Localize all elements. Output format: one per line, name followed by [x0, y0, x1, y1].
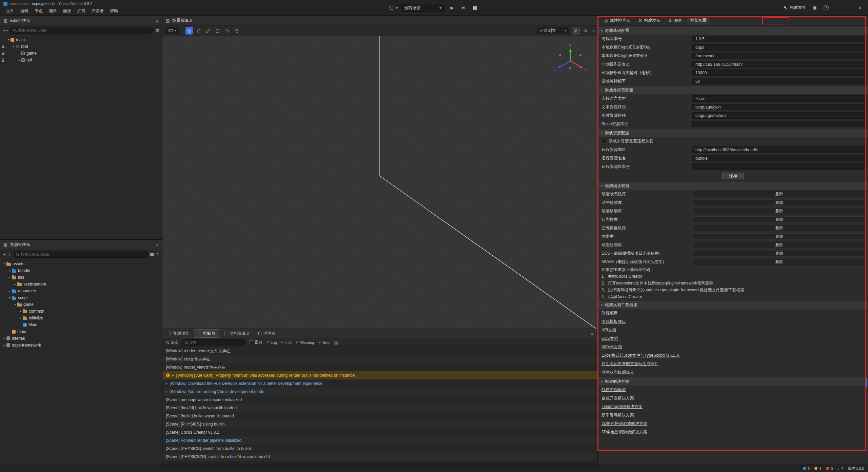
doc-link[interactable]: 动画状态机编辑器 — [601, 370, 634, 375]
tree-row[interactable]: ▸seedrandom — [0, 281, 162, 288]
layout-grid-button[interactable] — [471, 4, 479, 12]
log-row[interactable]: [Window] ecs文件夹存在 — [162, 355, 597, 363]
inspector-tab-构建发布[interactable]: ⚒构建发布 — [635, 16, 664, 25]
tree-row[interactable]: ▾script — [0, 294, 162, 301]
download-count[interactable]: ↓ 0 — [837, 466, 843, 471]
view-mode-dropdown[interactable]: 正常浏览 ▾ — [537, 27, 569, 34]
filter-icon[interactable] — [156, 29, 159, 32]
doc-link[interactable]: MVVM文档 — [601, 344, 622, 350]
delete-button[interactable]: 删除 — [692, 199, 866, 206]
log-row[interactable]: [Scene] [PHYSICS]: switch from builtin t… — [162, 445, 597, 453]
tree-row[interactable]: ▾root — [0, 43, 162, 50]
inspector-tab-服务[interactable]: ⚙服务 — [665, 16, 686, 25]
chevron-closed-icon[interactable]: ▸ — [7, 269, 12, 272]
field-input[interactable] — [692, 163, 866, 170]
field-input[interactable]: 10000 — [692, 70, 866, 76]
menu-item-文件[interactable]: 文件 — [3, 8, 17, 14]
field-input[interactable]: framework — [692, 53, 866, 59]
screenshot-button[interactable]: ▣ — [811, 4, 819, 12]
assets-search[interactable] — [13, 251, 148, 258]
log-row[interactable]: [Scene] Cocos Creator v3.8.2 — [162, 428, 597, 436]
field-input[interactable]: http://192.168.0.150/main/ — [692, 61, 866, 67]
rect-tool-button[interactable] — [214, 27, 221, 35]
section-resource-config[interactable]: ▾ 游戏资源配置 — [598, 129, 868, 137]
chevron-open-icon[interactable]: ▾ — [2, 262, 6, 266]
help-button[interactable]: ? — [824, 5, 829, 10]
panel-menu-icon[interactable]: ≡ — [156, 242, 158, 247]
tree-row[interactable]: game — [0, 50, 162, 57]
solution-link[interactable]: 3D角色扮演游戏解决方案 — [601, 429, 647, 435]
log-row[interactable]: [Scene] [PHYSICS]: using builtin. — [162, 420, 597, 428]
info-count[interactable]: 3 — [803, 467, 810, 471]
menu-item-扩展[interactable]: 扩展 — [75, 8, 88, 14]
delete-button[interactable]: 删除 — [692, 225, 866, 231]
step-button[interactable] — [459, 4, 468, 12]
filter-Warning[interactable]: ✓Warning — [296, 340, 314, 345]
tree-row[interactable]: ▾main — [0, 36, 162, 43]
menu-item-开发者[interactable]: 开发者 — [89, 8, 106, 14]
delete-button[interactable]: 删除 — [692, 208, 866, 214]
menu-item-项目[interactable]: 项目 — [46, 8, 60, 14]
doc-link[interactable]: 教程项目 — [601, 310, 618, 316]
export-log-icon[interactable]: ▤ — [334, 340, 338, 345]
mode-3d-toggle[interactable]: 3D ▾ — [165, 27, 179, 34]
move-tool-button[interactable] — [185, 27, 193, 35]
panel-menu-icon[interactable]: ≡ — [592, 28, 595, 33]
section-doc-links[interactable]: ▾ 框架文档工具链接 — [598, 301, 868, 309]
chevron-open-icon[interactable]: ▾ — [12, 45, 16, 48]
doc-link[interactable]: 游戏模板项目 — [601, 319, 626, 324]
delete-button[interactable]: 删除 — [692, 259, 866, 265]
console-search[interactable] — [182, 339, 246, 346]
filter-icon[interactable] — [150, 253, 154, 256]
log-row[interactable]: ▸[Window] Download the Vue Devtools exte… — [162, 379, 597, 388]
expand-icon[interactable]: ▸ — [166, 390, 167, 393]
log-row[interactable]: [Scene] [box2d]:box2d wasm lib loaded. — [162, 404, 597, 412]
chevron-closed-icon[interactable]: ▸ — [2, 337, 6, 340]
menu-item-编辑[interactable]: 编辑 — [18, 8, 31, 14]
scrollbar-thumb[interactable] — [866, 378, 867, 388]
field-input[interactable]: language/texture — [692, 112, 866, 119]
console-tab-控制台[interactable]: 控制台 — [194, 329, 219, 338]
delete-button[interactable]: 删除 — [692, 242, 866, 248]
inspector-tab-框架配置[interactable]: 框架配置 — [687, 16, 710, 25]
solution-link[interactable]: 新手引导解决方案 — [601, 412, 634, 418]
console-search-input[interactable] — [189, 340, 243, 345]
hierarchy-search-input[interactable] — [18, 28, 150, 32]
build-publish-button[interactable]: 构建发布 — [783, 5, 806, 11]
inspector-tab-属性检查器[interactable]: ◎属性检查器 — [601, 16, 633, 25]
field-input[interactable]: http://localhost:8083/assets/bundle — [692, 146, 866, 153]
field-input[interactable] — [692, 121, 866, 127]
tree-row[interactable]: ▾game — [0, 301, 162, 308]
doc-link[interactable]: API文档 — [601, 327, 616, 333]
delete-button[interactable]: 删除 — [692, 250, 866, 257]
remote-load-checkbox[interactable] — [601, 139, 606, 143]
save-button[interactable]: 保存 — [722, 173, 744, 179]
log-row[interactable]: [Scene] [PHYSICS2D]: switch from box2d-w… — [162, 453, 597, 461]
add-node-button[interactable]: ＋▾ — [2, 27, 8, 33]
log-row[interactable]: [Scene] Forward render pipeline initiali… — [162, 436, 597, 445]
tree-row[interactable]: ▸common — [0, 308, 162, 315]
console-tab-动画编辑器[interactable]: 动画编辑器 — [220, 329, 254, 338]
delete-button[interactable]: 删除 — [692, 191, 866, 197]
refresh-icon[interactable]: ↻ — [156, 252, 159, 257]
console-tab-资源预览[interactable]: 资源预览 — [164, 329, 193, 338]
filter-Log[interactable]: ✓Log — [266, 340, 277, 345]
menu-item-节点[interactable]: 节点 — [32, 8, 45, 14]
filter-Info[interactable]: ✓Info — [281, 340, 292, 345]
close-button[interactable]: ✕ — [855, 4, 865, 12]
axis-gizmo[interactable]: Y X Z — [554, 44, 587, 71]
solution-link[interactable]: Tiledmap地图解决方案 — [601, 404, 643, 410]
chevron-open-icon[interactable]: ▾ — [6, 38, 11, 41]
section-i18n-config[interactable]: ▾ 游戏多语言配置 — [598, 86, 868, 94]
field-input[interactable]: 1.0.5 — [692, 36, 866, 42]
tree-row[interactable]: ▸oops-framework — [0, 342, 162, 349]
menu-item-帮助[interactable]: 帮助 — [107, 8, 121, 14]
chevron-closed-icon[interactable]: ▸ — [13, 283, 17, 286]
light-toggle-button[interactable] — [572, 27, 579, 35]
log-row[interactable]: [Scene] [bullet]:bullet wasm lib loaded. — [162, 412, 597, 420]
minimize-button[interactable]: — — [833, 4, 843, 12]
filter-正则[interactable]: 正则 — [250, 340, 262, 345]
section-module-trim[interactable]: ▾ 框架模块裁剪 — [598, 182, 868, 190]
field-input[interactable]: zh,en — [692, 95, 866, 102]
expand-icon[interactable]: ▸ — [166, 382, 167, 385]
